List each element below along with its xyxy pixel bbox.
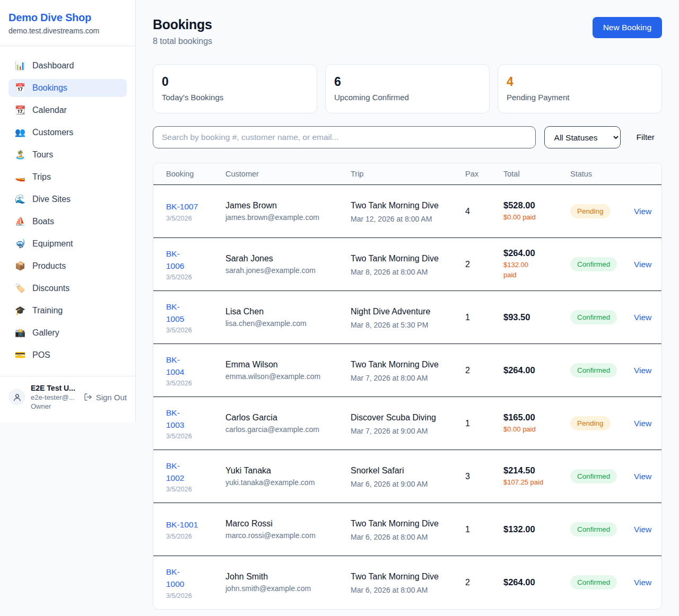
- tours-icon: 🏝️: [15, 151, 25, 159]
- search-input[interactable]: [153, 126, 536, 148]
- customer-name: Emma Wilson: [225, 360, 342, 369]
- sidebar-item-label: Dive Sites: [32, 195, 71, 204]
- page-header-text: Bookings 8 total bookings: [153, 17, 212, 46]
- booking-id-link[interactable]: BK- 1000: [166, 566, 184, 591]
- booking-id-link[interactable]: BK-1007: [166, 200, 198, 213]
- booking-id-link[interactable]: BK- 1006: [166, 248, 184, 272]
- view-link[interactable]: View: [634, 578, 651, 587]
- sidebar-item-label: Training: [32, 306, 63, 315]
- status-badge: Confirmed: [570, 363, 617, 377]
- bookings-icon: 📅: [15, 84, 25, 92]
- sidebar-item-equipment[interactable]: 🤿 Equipment: [8, 235, 127, 253]
- trip-datetime: Mar 7, 2026 at 9:00 AM: [351, 427, 457, 435]
- stat-card: 4 Pending Payment: [498, 64, 662, 113]
- pax-count: 1: [465, 397, 503, 450]
- booking-id-link[interactable]: BK- 1004: [166, 354, 184, 379]
- sidebar-item-trips[interactable]: 🚤 Trips: [8, 168, 127, 186]
- user-role: Owner: [31, 402, 79, 410]
- status-badge: Pending: [570, 204, 611, 218]
- view-link[interactable]: View: [634, 207, 651, 216]
- filter-button[interactable]: Filter: [629, 133, 662, 142]
- sidebar-item-pos[interactable]: 💳 POS: [8, 346, 127, 364]
- sign-out-icon: [84, 393, 92, 401]
- column-header-customer: Customer: [225, 163, 351, 185]
- booking-date: 3/5/2026: [166, 327, 217, 334]
- sign-out-button[interactable]: Sign Out: [84, 393, 127, 402]
- equipment-icon: 🤿: [15, 240, 25, 248]
- calendar-icon: 📆: [15, 106, 25, 115]
- sidebar-item-dive-sites[interactable]: 🌊 Dive Sites: [8, 190, 127, 208]
- trip-datetime: Mar 6, 2026 at 8:00 AM: [351, 586, 457, 594]
- booking-date: 3/5/2026: [166, 380, 217, 387]
- dive-sites-icon: 🌊: [15, 195, 25, 204]
- table-row: BK- 1004 3/5/2026 Emma Wilson emma.wilso…: [153, 344, 661, 397]
- booking-id-link[interactable]: BK- 1002: [166, 460, 184, 485]
- view-link[interactable]: View: [634, 313, 651, 322]
- booking-id-link[interactable]: BK-1001: [166, 518, 198, 531]
- trip-datetime: Mar 8, 2026 at 5:30 PM: [351, 321, 457, 329]
- sidebar-nav: 📊 Dashboard 📅 Bookings 📆 Calendar 👥 Cust…: [0, 46, 135, 376]
- page-header: Bookings 8 total bookings New Booking: [153, 17, 662, 46]
- pax-count: 3: [465, 450, 503, 503]
- trip-datetime: Mar 8, 2026 at 8:00 AM: [351, 268, 457, 276]
- paid-amount: $0.00 paid: [503, 425, 562, 435]
- sidebar-item-training[interactable]: 🎓 Training: [8, 302, 127, 320]
- booking-id-link[interactable]: BK- 1003: [166, 407, 184, 432]
- view-link[interactable]: View: [634, 525, 651, 534]
- sidebar-item-products[interactable]: 📦 Products: [8, 257, 127, 275]
- column-header-actions: [634, 163, 661, 185]
- customer-email: james.brown@example.com: [225, 213, 342, 222]
- sidebar-item-label: Discounts: [32, 284, 69, 293]
- booking-date: 3/5/2026: [166, 433, 217, 440]
- customer-name: Lisa Chen: [225, 307, 342, 316]
- sidebar-item-tours[interactable]: 🏝️ Tours: [8, 146, 127, 164]
- sidebar-item-boats[interactable]: ⛵ Boats: [8, 213, 127, 231]
- trip-datetime: Mar 6, 2026 at 9:00 AM: [351, 480, 457, 488]
- sidebar-item-label: Trips: [32, 172, 51, 182]
- customer-email: lisa.chen@example.com: [225, 319, 342, 328]
- customer-name: Sarah Jones: [225, 254, 342, 263]
- view-link[interactable]: View: [634, 260, 651, 269]
- column-header-booking: Booking: [153, 163, 225, 185]
- view-link[interactable]: View: [634, 366, 651, 375]
- sidebar-item-calendar[interactable]: 📆 Calendar: [8, 101, 127, 119]
- total-amount: $264.00: [503, 248, 562, 258]
- trip-name: Discover Scuba Diving: [351, 411, 441, 424]
- view-link[interactable]: View: [634, 419, 651, 428]
- total-amount: $264.00: [503, 365, 562, 375]
- table-row: BK- 1005 3/5/2026 Lisa Chen lisa.chen@ex…: [153, 291, 661, 344]
- status-badge: Confirmed: [570, 257, 617, 271]
- stat-value: 6: [334, 75, 481, 89]
- sidebar-item-customers[interactable]: 👥 Customers: [8, 124, 127, 142]
- customer-name: Carlos Garcia: [225, 413, 342, 423]
- new-booking-button[interactable]: New Booking: [593, 17, 662, 38]
- customer-email: emma.wilson@example.com: [225, 372, 342, 381]
- status-filter-select[interactable]: All Statuses: [544, 126, 621, 148]
- booking-id-link[interactable]: BK- 1005: [166, 301, 184, 325]
- view-link[interactable]: View: [634, 472, 651, 481]
- app-layout: Demo Dive Shop demo.test.divestreams.com…: [0, 0, 679, 616]
- total-amount: $528.00: [503, 200, 562, 210]
- sidebar-item-dashboard[interactable]: 📊 Dashboard: [8, 57, 127, 75]
- sidebar-item-gallery[interactable]: 📸 Gallery: [8, 324, 127, 342]
- sidebar-item-label: Tours: [32, 150, 53, 160]
- customer-name: John Smith: [225, 572, 342, 582]
- table-row: BK- 1002 3/5/2026 Yuki Tanaka yuki.tanak…: [153, 450, 661, 503]
- paid-amount: $0.00 paid: [503, 213, 562, 223]
- sidebar-item-discounts[interactable]: 🏷️ Discounts: [8, 279, 127, 297]
- paid-amount: $107.25 paid: [503, 478, 562, 488]
- trip-datetime: Mar 12, 2026 at 8:00 AM: [351, 215, 457, 223]
- filter-row: All Statuses Filter: [153, 126, 662, 148]
- shop-header: Demo Dive Shop demo.test.divestreams.com: [0, 0, 135, 46]
- user-section: E2E Test U... e2e-tester@... Owner Sign …: [0, 376, 135, 422]
- sidebar-item-bookings[interactable]: 📅 Bookings: [8, 79, 127, 97]
- table-row: BK-1001 3/5/2026 Marco Rossi marco.rossi…: [153, 503, 661, 556]
- status-badge: Pending: [570, 416, 611, 430]
- trip-name: Two Tank Morning Dive: [351, 252, 441, 265]
- column-header-trip: Trip: [351, 163, 465, 185]
- pax-count: 2: [465, 556, 503, 609]
- page-title: Bookings: [153, 17, 212, 32]
- user-icon: [13, 393, 22, 402]
- stat-label: Today's Bookings: [162, 93, 308, 102]
- booking-date: 3/5/2026: [166, 592, 217, 600]
